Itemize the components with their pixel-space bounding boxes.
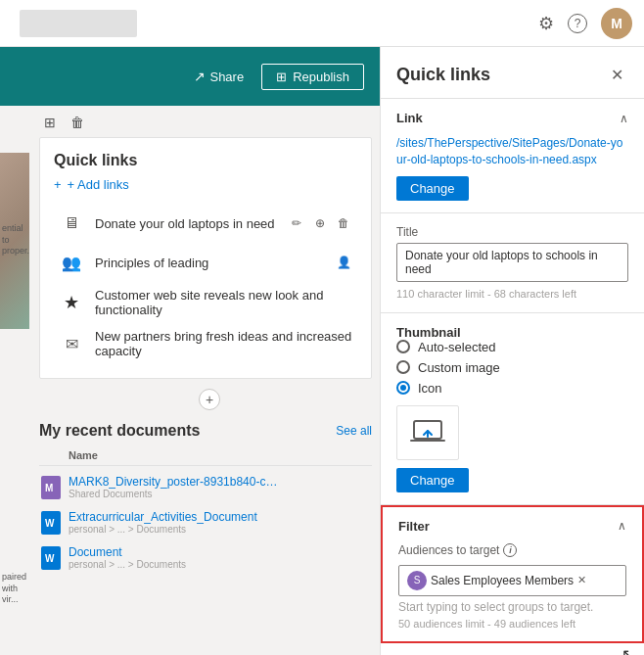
person-icon-1[interactable]: 👤 <box>334 253 353 272</box>
left-label-bottom: paired with vir... <box>2 572 29 606</box>
doc-icon-2: W <box>39 546 63 570</box>
link-url: /sites/ThePerspective/SitePages/Donate-y… <box>396 135 628 168</box>
delete-icon-0[interactable]: 🗑 <box>334 213 353 233</box>
ql-item-text-3: New partners bring fresh ideas and incre… <box>95 329 353 358</box>
audience-avatar: S <box>407 571 427 590</box>
recent-docs-header: My recent documents See all <box>39 422 372 440</box>
add-links-button[interactable]: + + Add links <box>54 177 357 192</box>
docs-table-header: Name <box>39 445 372 466</box>
right-panel: Quick links ✕ Link ∧ /sites/ThePerspecti… <box>380 47 644 655</box>
title-field-hint: 110 character limit - 68 characters left <box>396 288 576 300</box>
move-icon-0[interactable]: ⊕ <box>310 213 330 233</box>
avatar[interactable]: M <box>601 8 632 39</box>
recent-docs-title: My recent documents <box>39 422 200 440</box>
title-field-value[interactable]: Donate your old laptops to schools in ne… <box>396 243 628 282</box>
radio-custom-label: Custom image <box>418 360 500 375</box>
settings-icon[interactable]: ⚙ <box>538 13 554 34</box>
add-links-label: + Add links <box>68 177 129 192</box>
audience-limit-text: 50 audiences limit - 49 audiences left <box>398 618 626 630</box>
audiences-label-text: Audiences to target <box>398 543 499 557</box>
filter-section-header: Filter ∧ <box>398 519 626 534</box>
republish-button[interactable]: ⊞ Republish <box>261 64 364 90</box>
filter-section-label: Filter <box>398 519 430 534</box>
edit-icon-0[interactable]: ✏ <box>287 213 306 233</box>
link-section: Link ∧ /sites/ThePerspective/SitePages/D… <box>381 99 644 213</box>
doc-item-1[interactable]: W Extracurricular_Activities_Document pe… <box>39 505 372 540</box>
icon-preview-box <box>396 405 459 460</box>
main-content: ↗ Share ⊞ Republish ential to proper... … <box>0 47 644 655</box>
recent-docs-section: My recent documents See all Name M MARK8… <box>39 422 372 576</box>
teal-header: ↗ Share ⊞ Republish <box>0 47 380 106</box>
quick-link-item-3[interactable]: ✉ New partners bring fresh ideas and inc… <box>54 323 357 364</box>
see-all-link[interactable]: See all <box>336 424 372 438</box>
ql-item-actions-1: 👤 <box>334 253 353 272</box>
top-bar-icons: ⚙ ? M <box>538 8 632 39</box>
quick-link-item-1[interactable]: 👥 Principles of leading 👤 <box>54 243 357 282</box>
radio-icon-label: Icon <box>418 381 442 396</box>
share-icon: ↗ <box>194 69 206 84</box>
panel-close-button[interactable]: ✕ <box>605 63 628 86</box>
republish-icon: ⊞ <box>276 70 287 84</box>
thumbnail-option-custom[interactable]: Custom image <box>396 360 628 375</box>
quick-link-item-2[interactable]: ★ Customer web site reveals new look and… <box>54 282 357 323</box>
link-section-chevron[interactable]: ∧ <box>620 112 628 125</box>
ql-item-icon-3: ✉ <box>58 330 85 357</box>
doc-item-2[interactable]: W Document personal > ... > Documents <box>39 540 372 576</box>
radio-auto-label: Auto-selected <box>418 340 496 354</box>
doc-info-0: MARK8_Diversity_poster-8931b840-c883-...… <box>69 475 372 499</box>
link-section-label: Link <box>396 111 423 125</box>
thumbnail-change-button[interactable]: Change <box>396 468 469 492</box>
page-area: ↗ Share ⊞ Republish ential to proper... … <box>0 47 380 655</box>
radio-auto <box>396 340 410 353</box>
republish-label: Republish <box>293 70 349 84</box>
help-icon[interactable]: ? <box>568 14 587 33</box>
audience-tag: Sales Employees Members ✕ <box>431 574 586 587</box>
left-label-top: ential to proper... <box>2 223 29 257</box>
link-change-button[interactable]: Change <box>396 176 469 201</box>
thumbnail-section: Thumbnail Auto-selected Custom image Ico… <box>381 313 644 505</box>
doc-icon-0: M <box>39 476 63 499</box>
widget-move-icon[interactable]: ⊞ <box>39 112 61 133</box>
doc-item-0[interactable]: M MARK8_Diversity_poster-8931b840-c883-.… <box>39 470 372 505</box>
share-button[interactable]: ↗ Share <box>186 65 252 88</box>
svg-text:W: W <box>45 518 55 529</box>
panel-header: Quick links ✕ <box>381 47 644 99</box>
cursor-area: ↖ <box>381 643 644 655</box>
ql-item-icon-2: ★ <box>58 289 85 316</box>
widget-delete-icon[interactable]: 🗑 <box>67 112 88 133</box>
link-section-header: Link ∧ <box>396 111 628 125</box>
share-label: Share <box>209 70 244 84</box>
doc-path-2: personal > ... > Documents <box>69 559 372 570</box>
thumbnail-options: Auto-selected Custom image Icon <box>396 340 628 396</box>
audience-tag-text: Sales Employees Members <box>431 574 574 587</box>
doc-name-0[interactable]: MARK8_Diversity_poster-8931b840-c883-... <box>69 475 284 489</box>
scroll-indicator: + <box>39 383 380 416</box>
quick-link-item-0[interactable]: 🖥 Donate your old laptops in need ✏ ⊕ 🗑 <box>54 204 357 243</box>
thumbnail-option-auto[interactable]: Auto-selected <box>396 340 628 354</box>
ql-item-text-0: Donate your old laptops in need <box>95 216 277 231</box>
doc-info-2: Document personal > ... > Documents <box>69 545 372 570</box>
widget-toolbar: ⊞ 🗑 <box>0 108 380 137</box>
radio-icon <box>396 381 410 395</box>
scroll-down-button[interactable]: + <box>199 389 220 410</box>
add-icon: + <box>54 177 62 192</box>
docs-col-name: Name <box>69 449 372 461</box>
cursor-pointer: ↖ <box>621 645 634 655</box>
audience-remove-button[interactable]: ✕ <box>577 575 586 585</box>
audience-input-box[interactable]: S Sales Employees Members ✕ <box>398 565 626 596</box>
doc-name-2[interactable]: Document <box>69 545 284 559</box>
top-bar-logo <box>20 10 137 37</box>
laptop-icon <box>410 415 445 450</box>
panel-title: Quick links <box>396 65 490 85</box>
ql-item-icon-0: 🖥 <box>58 210 85 237</box>
audiences-label: Audiences to target i <box>398 543 626 557</box>
doc-info-1: Extracurricular_Activities_Document pers… <box>69 510 372 535</box>
quick-links-title: Quick links <box>54 152 357 169</box>
doc-name-1[interactable]: Extracurricular_Activities_Document <box>69 510 284 524</box>
thumbnail-section-label: Thumbnail <box>396 325 461 340</box>
quick-links-widget: Quick links + + Add links 🖥 Donate your … <box>39 137 372 379</box>
thumbnail-option-icon[interactable]: Icon <box>396 381 628 396</box>
info-icon[interactable]: i <box>503 543 517 557</box>
title-section: Title Donate your old laptops to schools… <box>381 213 644 313</box>
filter-section-chevron[interactable]: ∧ <box>618 519 626 533</box>
